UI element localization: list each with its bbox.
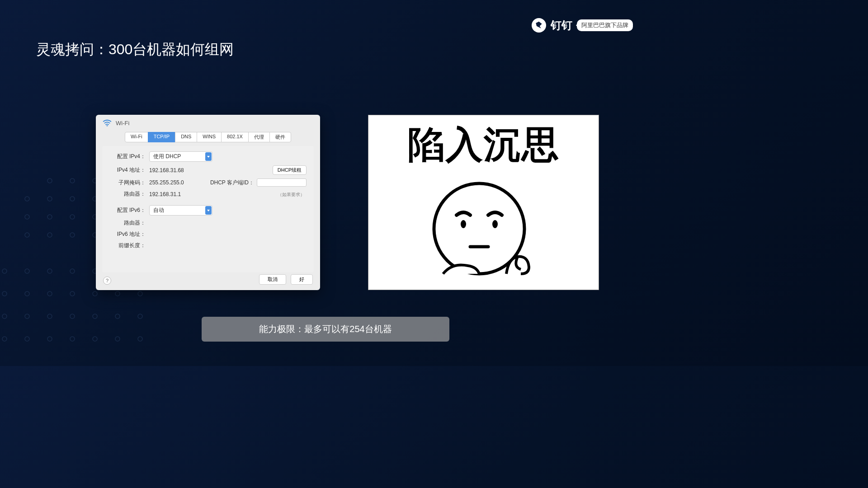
- tab-proxy[interactable]: 代理: [248, 132, 270, 142]
- svg-point-4: [47, 197, 52, 201]
- svg-point-32: [70, 314, 75, 319]
- meme-caption: 陷入沉思: [408, 126, 560, 163]
- svg-point-45: [461, 220, 466, 228]
- ipv4-config-select[interactable]: 使用 DHCP: [149, 151, 212, 162]
- svg-point-27: [115, 291, 120, 296]
- help-button[interactable]: ?: [103, 277, 111, 285]
- chevron-down-icon: [205, 152, 212, 161]
- svg-point-7: [25, 215, 29, 219]
- svg-point-31: [47, 314, 52, 319]
- ipv4-config-value: 使用 DHCP: [153, 153, 181, 160]
- svg-point-9: [70, 215, 75, 219]
- svg-point-30: [25, 314, 29, 319]
- tab-hardware[interactable]: 硬件: [269, 132, 291, 142]
- svg-point-0: [47, 178, 52, 183]
- slide-title: 灵魂拷问：300台机器如何组网: [36, 40, 234, 60]
- svg-point-39: [70, 337, 75, 341]
- tab-8021x[interactable]: 802.1X: [221, 132, 249, 142]
- svg-point-43: [107, 125, 108, 127]
- ipv6-router-label: 路由器：: [109, 219, 146, 227]
- svg-point-16: [25, 269, 29, 273]
- svg-point-46: [492, 220, 498, 228]
- svg-point-33: [93, 314, 97, 319]
- svg-point-3: [25, 197, 29, 201]
- svg-point-37: [25, 337, 29, 341]
- wifi-icon: [102, 119, 112, 127]
- svg-point-15: [2, 269, 7, 273]
- dhcp-client-id-label: DHCP 客户端ID：: [210, 179, 254, 187]
- ipv4-address-value: 192.168.31.68: [149, 167, 184, 174]
- cancel-button[interactable]: 取消: [259, 274, 286, 285]
- svg-point-35: [138, 314, 142, 319]
- dhcp-client-id-hint: （如果要求）: [278, 192, 305, 198]
- tcpip-content: 配置 IPv4： 使用 DHCP IPv4 地址： 192.168.31.68 …: [102, 146, 314, 272]
- ipv6-config-value: 自动: [153, 206, 164, 214]
- svg-point-11: [25, 233, 29, 237]
- svg-point-41: [115, 337, 120, 341]
- svg-point-12: [47, 233, 52, 237]
- router-value: 192.168.31.1: [149, 191, 181, 197]
- network-settings-panel: Wi-Fi Wi-Fi TCP/IP DNS WINS 802.1X 代理 硬件…: [96, 115, 320, 290]
- dhcp-client-id-input[interactable]: [257, 178, 307, 187]
- tab-wifi[interactable]: Wi-Fi: [125, 132, 148, 142]
- dhcp-renew-button[interactable]: DHCP续租: [273, 165, 307, 175]
- svg-point-23: [25, 291, 29, 296]
- brand-badge: 阿里巴巴旗下品牌: [577, 19, 633, 31]
- panel-header: Wi-Fi: [116, 120, 129, 127]
- thinking-face-icon: [425, 172, 542, 285]
- svg-point-29: [2, 314, 7, 319]
- svg-point-24: [47, 291, 52, 296]
- svg-point-18: [70, 269, 75, 273]
- tab-tcpip[interactable]: TCP/IP: [148, 132, 175, 142]
- tab-dns[interactable]: DNS: [175, 132, 197, 142]
- svg-point-36: [2, 337, 7, 341]
- svg-point-1: [70, 178, 75, 183]
- ipv6-config-label: 配置 IPv6：: [109, 206, 146, 214]
- ipv4-address-label: IPv4 地址：: [109, 166, 146, 174]
- ipv6-config-select[interactable]: 自动: [149, 205, 212, 216]
- ipv6-address-label: IPv6 地址：: [109, 230, 146, 238]
- subnet-label: 子网掩码：: [109, 179, 146, 187]
- router-label: 路由器：: [109, 190, 146, 198]
- svg-point-38: [47, 337, 52, 341]
- tab-wins[interactable]: WINS: [197, 132, 222, 142]
- svg-point-25: [70, 291, 75, 296]
- svg-point-13: [70, 233, 75, 237]
- svg-point-42: [138, 337, 142, 341]
- ipv6-prefix-label: 前缀长度：: [109, 242, 146, 249]
- brand-name: 钉钉: [551, 18, 572, 33]
- ok-button[interactable]: 好: [291, 274, 313, 285]
- conclusion-banner: 能力极限：最多可以有254台机器: [202, 317, 449, 342]
- dingtalk-icon: [532, 18, 546, 33]
- brand-logo-area: 钉钉 阿里巴巴旗下品牌: [532, 18, 633, 33]
- svg-point-26: [93, 291, 97, 296]
- ipv4-config-label: 配置 IPv4：: [109, 153, 146, 160]
- meme-image: 陷入沉思: [368, 115, 599, 290]
- svg-point-17: [47, 269, 52, 273]
- svg-point-5: [70, 197, 75, 201]
- svg-point-40: [93, 337, 97, 341]
- svg-point-8: [47, 215, 52, 219]
- svg-point-22: [2, 291, 7, 296]
- svg-point-34: [115, 314, 120, 319]
- settings-tabs: Wi-Fi TCP/IP DNS WINS 802.1X 代理 硬件: [102, 132, 314, 142]
- svg-point-28: [138, 291, 142, 296]
- subnet-value: 255.255.255.0: [149, 179, 184, 186]
- chevron-down-icon: [205, 206, 212, 215]
